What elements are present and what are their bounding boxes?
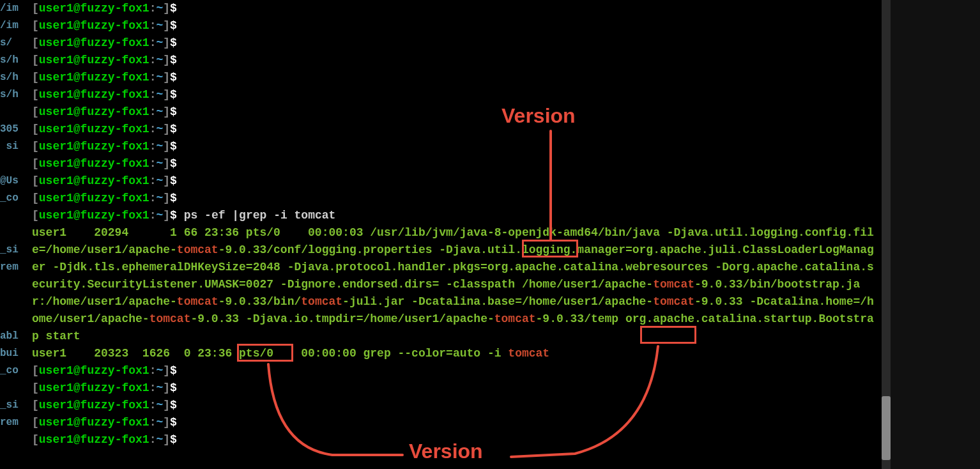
prompt-line[interactable]: [user1@fuzzy-fox1:~]$ bbox=[32, 86, 875, 104]
bracket-close: ] bbox=[163, 54, 170, 66]
bracket-close: ] bbox=[163, 381, 170, 394]
prompt-sep: : bbox=[149, 364, 157, 377]
bracket-close: ] bbox=[163, 71, 170, 84]
bracket-open: [ bbox=[32, 416, 39, 429]
tomcat-highlight: tomcat bbox=[653, 278, 694, 291]
bracket-close: ] bbox=[163, 174, 170, 187]
bracket-close: ] bbox=[163, 192, 170, 204]
user-host: user1@fuzzy-fox1 bbox=[39, 19, 149, 32]
prompt-sep: : bbox=[149, 105, 157, 118]
user-host: user1@fuzzy-fox1 bbox=[39, 364, 149, 377]
prompt-sep: : bbox=[149, 209, 157, 222]
prompt-line[interactable]: [user1@fuzzy-fox1:~]$ bbox=[32, 69, 875, 86]
bracket-open: [ bbox=[32, 209, 39, 222]
bracket-open: [ bbox=[32, 174, 39, 187]
bracket-open: [ bbox=[32, 2, 39, 15]
bracket-close: ] bbox=[163, 36, 170, 49]
bracket-open: [ bbox=[32, 140, 39, 153]
tomcat-highlight: tomcat bbox=[149, 312, 191, 325]
ps-output-grep: user1 20323 1626 0 23:36 pts/0 00:00:00 … bbox=[32, 345, 875, 362]
prompt-path: ~ bbox=[156, 2, 163, 15]
prompt-symbol: $ bbox=[170, 399, 177, 411]
user-host: user1@fuzzy-fox1 bbox=[39, 157, 149, 170]
prompt-line[interactable]: [user1@fuzzy-fox1:~]$ bbox=[32, 0, 875, 17]
prompt-sep: : bbox=[149, 19, 157, 32]
prompt-sep: : bbox=[149, 140, 157, 153]
user-host: user1@fuzzy-fox1 bbox=[39, 399, 149, 411]
prompt-line[interactable]: [user1@fuzzy-fox1:~]$ bbox=[32, 431, 875, 449]
prompt-path: ~ bbox=[156, 71, 163, 84]
bracket-open: [ bbox=[32, 192, 39, 204]
prompt-sep: : bbox=[149, 174, 157, 187]
prompt-line[interactable]: [user1@fuzzy-fox1:~]$ bbox=[32, 35, 875, 52]
user-host: user1@fuzzy-fox1 bbox=[39, 140, 149, 153]
user-host: user1@fuzzy-fox1 bbox=[39, 2, 149, 15]
prompt-line[interactable]: [user1@fuzzy-fox1:~]$ bbox=[32, 155, 875, 173]
user-host: user1@fuzzy-fox1 bbox=[39, 433, 149, 446]
prompt-symbol: $ bbox=[170, 157, 177, 170]
prompt-line[interactable]: [user1@fuzzy-fox1:~]$ bbox=[32, 397, 875, 414]
prompt-sep: : bbox=[149, 36, 157, 49]
prompt-symbol: $ bbox=[170, 2, 177, 15]
prompt-sep: : bbox=[149, 71, 157, 84]
prompt-symbol: $ bbox=[170, 381, 177, 394]
bracket-open: [ bbox=[32, 123, 39, 135]
scrollbar-thumb[interactable] bbox=[882, 396, 891, 460]
prompt-symbol: $ bbox=[170, 19, 177, 32]
bracket-open: [ bbox=[32, 399, 39, 411]
bracket-open: [ bbox=[32, 36, 39, 49]
bracket-close: ] bbox=[163, 140, 170, 153]
user-host: user1@fuzzy-fox1 bbox=[39, 381, 149, 394]
prompt-path: ~ bbox=[156, 416, 163, 429]
user-host: user1@fuzzy-fox1 bbox=[39, 192, 149, 204]
bracket-close: ] bbox=[163, 19, 170, 32]
prompt-sep: : bbox=[149, 123, 157, 135]
prompt-line[interactable]: [user1@fuzzy-fox1:~]$ bbox=[32, 121, 875, 138]
prompt-path: ~ bbox=[156, 19, 163, 32]
prompt-line[interactable]: [user1@fuzzy-fox1:~]$ bbox=[32, 380, 875, 397]
right-panel bbox=[891, 0, 980, 469]
prompt-sep: : bbox=[149, 399, 157, 411]
prompt-symbol: $ bbox=[170, 192, 177, 204]
prompt-symbol: $ bbox=[170, 416, 177, 429]
prompt-sep: : bbox=[149, 88, 157, 101]
tomcat-highlight: tomcat bbox=[301, 295, 342, 308]
prompt-line[interactable]: [user1@fuzzy-fox1:~]$ bbox=[32, 190, 875, 207]
tomcat-highlight: tomcat bbox=[494, 312, 536, 325]
prompt-path: ~ bbox=[156, 36, 163, 49]
prompt-line[interactable]: [user1@fuzzy-fox1:~]$ bbox=[32, 138, 875, 155]
prompt-sep: : bbox=[149, 381, 157, 394]
bracket-open: [ bbox=[32, 157, 39, 170]
terminal-area[interactable]: [user1@fuzzy-fox1:~]$[user1@fuzzy-fox1:~… bbox=[32, 0, 875, 469]
prompt-line[interactable]: [user1@fuzzy-fox1:~]$ bbox=[32, 362, 875, 380]
prompt-line[interactable]: [user1@fuzzy-fox1:~]$ bbox=[32, 52, 875, 69]
prompt-path: ~ bbox=[156, 209, 163, 222]
prompt-path: ~ bbox=[156, 192, 163, 204]
bracket-open: [ bbox=[32, 105, 39, 118]
prompt-path: ~ bbox=[156, 54, 163, 66]
prompt-symbol: $ bbox=[170, 88, 177, 101]
tomcat-highlight: tomcat bbox=[177, 243, 218, 256]
bracket-close: ] bbox=[163, 88, 170, 101]
prompt-path: ~ bbox=[156, 433, 163, 446]
prompt-line[interactable]: [user1@fuzzy-fox1:~]$ bbox=[32, 173, 875, 190]
tomcat-highlight: tomcat bbox=[653, 295, 694, 308]
prompt-line[interactable]: [user1@fuzzy-fox1:~]$ bbox=[32, 104, 875, 121]
user-host: user1@fuzzy-fox1 bbox=[39, 54, 149, 66]
ps-output: user1 20294 1 66 23:36 pts/0 00:00:03 /u… bbox=[32, 224, 875, 345]
tomcat-highlight: tomcat bbox=[177, 295, 218, 308]
bracket-open: [ bbox=[32, 19, 39, 32]
bracket-open: [ bbox=[32, 71, 39, 84]
prompt-line[interactable]: [user1@fuzzy-fox1:~]$ ps -ef |grep -i to… bbox=[32, 207, 875, 224]
prompt-symbol: $ bbox=[170, 54, 177, 66]
tomcat-highlight: tomcat bbox=[508, 347, 549, 360]
user-host: user1@fuzzy-fox1 bbox=[39, 71, 149, 84]
bracket-open: [ bbox=[32, 364, 39, 377]
bracket-open: [ bbox=[32, 381, 39, 394]
prompt-sep: : bbox=[149, 2, 157, 15]
prompt-path: ~ bbox=[156, 105, 163, 118]
user-host: user1@fuzzy-fox1 bbox=[39, 209, 149, 222]
prompt-line[interactable]: [user1@fuzzy-fox1:~]$ bbox=[32, 414, 875, 431]
bracket-open: [ bbox=[32, 433, 39, 446]
prompt-line[interactable]: [user1@fuzzy-fox1:~]$ bbox=[32, 17, 875, 35]
